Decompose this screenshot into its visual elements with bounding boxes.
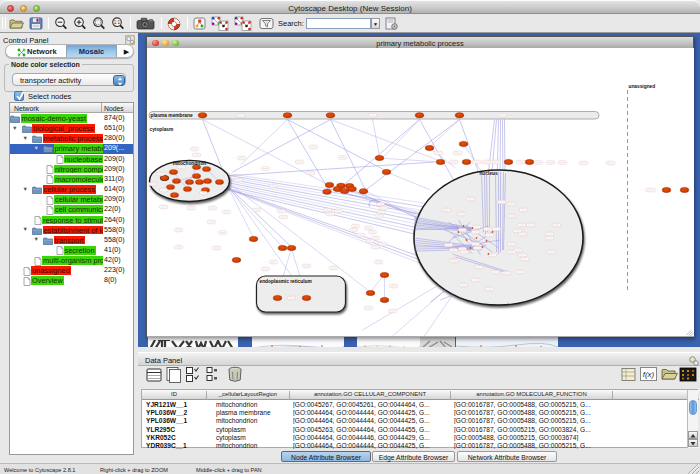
- svg-text:nucleus: nucleus: [479, 171, 497, 176]
- svg-text:plasma membrane: plasma membrane: [150, 113, 192, 118]
- svg-text:1:1: 1:1: [114, 20, 121, 25]
- svg-text:endoplasmic reticulum: endoplasmic reticulum: [259, 279, 311, 284]
- svg-text:unassigned: unassigned: [628, 84, 655, 89]
- svg-text:mitochondrion: mitochondrion: [172, 161, 206, 166]
- svg-text:cytoplasm: cytoplasm: [149, 127, 173, 132]
